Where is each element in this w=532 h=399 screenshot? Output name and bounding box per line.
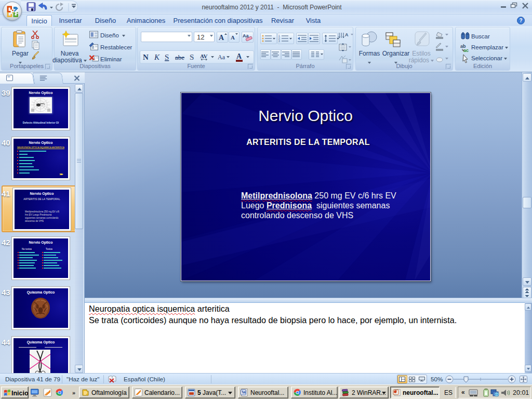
svg-text:abe: abe xyxy=(175,54,184,61)
svg-text:AV: AV xyxy=(200,53,208,59)
svg-text:3: 3 xyxy=(278,39,280,43)
svg-text:K: K xyxy=(154,53,160,61)
svg-text:?: ? xyxy=(519,18,522,23)
svg-text:A: A xyxy=(219,34,224,42)
svg-text:A: A xyxy=(231,34,235,41)
svg-text:ac: ac xyxy=(463,48,469,52)
svg-text:S: S xyxy=(190,53,194,61)
svg-text:A: A xyxy=(345,32,349,37)
svg-text:W: W xyxy=(242,390,246,395)
svg-text:A: A xyxy=(236,52,242,60)
svg-text:N: N xyxy=(143,53,149,61)
svg-text:Aa: Aa xyxy=(218,54,225,61)
svg-text:»: » xyxy=(72,390,75,396)
svg-text:S: S xyxy=(165,53,169,61)
